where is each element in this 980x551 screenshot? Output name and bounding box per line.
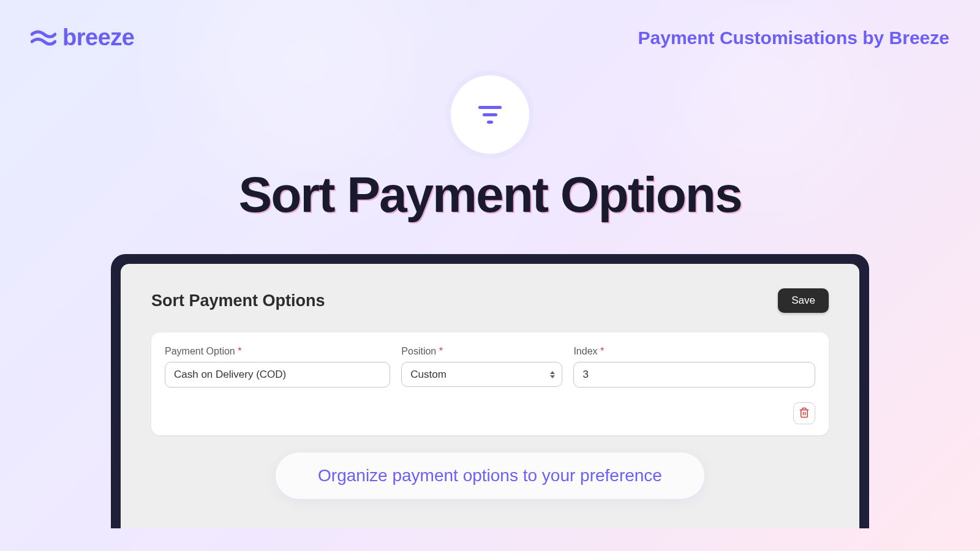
card-title: Sort Payment Options xyxy=(151,291,325,310)
payment-option-field: Payment Option * xyxy=(165,346,390,388)
form-card: Payment Option * Position * Custom xyxy=(151,332,829,435)
index-label: Index * xyxy=(573,346,815,357)
position-select[interactable]: Custom xyxy=(401,362,562,387)
breeze-wave-icon xyxy=(31,27,56,49)
footer-pill: Organize payment options to your prefere… xyxy=(276,452,704,499)
trash-icon xyxy=(799,407,810,420)
card-frame: Sort Payment Options Save Payment Option… xyxy=(111,254,869,528)
position-label: Position * xyxy=(401,346,562,357)
index-input[interactable] xyxy=(573,362,815,388)
payment-option-input[interactable] xyxy=(165,362,390,388)
card-body: Sort Payment Options Save Payment Option… xyxy=(121,264,859,528)
delete-row xyxy=(165,402,815,424)
hero-icon-circle xyxy=(451,75,529,154)
card-header: Sort Payment Options Save xyxy=(151,288,829,313)
form-row: Payment Option * Position * Custom xyxy=(165,346,815,388)
payment-option-label: Payment Option * xyxy=(165,346,390,357)
filter-icon xyxy=(477,101,503,128)
position-field: Position * Custom xyxy=(401,346,562,388)
save-button[interactable]: Save xyxy=(778,288,829,313)
hero-title: Sort Payment Options xyxy=(0,166,980,223)
logo: breeze xyxy=(31,24,134,51)
logo-text: breeze xyxy=(62,24,134,51)
index-field: Index * xyxy=(573,346,815,388)
delete-button[interactable] xyxy=(793,402,815,424)
header-tagline: Payment Customisations by Breeze xyxy=(638,28,950,48)
header: breeze Payment Customisations by Breeze xyxy=(0,0,980,51)
